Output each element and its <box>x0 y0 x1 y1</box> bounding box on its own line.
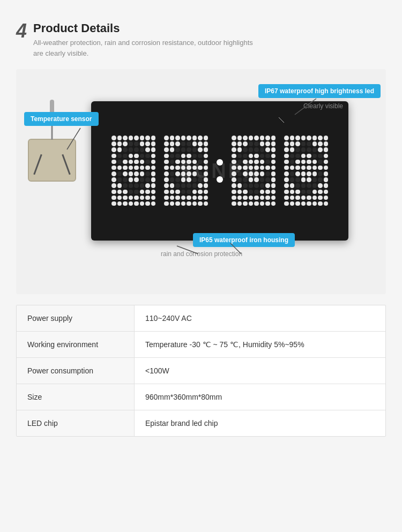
product-area: SUNPN Temperature sensor IP67 waterproof… <box>16 69 386 294</box>
sensor-cable-left <box>33 154 42 175</box>
led-digit-3 <box>229 133 278 208</box>
specs-value-power-supply: 110~240V AC <box>135 305 385 331</box>
sensor-cable-right <box>62 154 70 175</box>
iron-housing-label: IP65 waterproof iron housing <box>193 233 295 247</box>
led-digit-4 <box>282 133 330 208</box>
led-display: SUNPN <box>91 101 348 241</box>
specs-label-size: Size <box>17 384 135 410</box>
led-colon-dot-bottom <box>217 176 223 183</box>
specs-row-power-consumption: Power consumption <100W <box>17 358 385 384</box>
section-subtitle: All-weather protection, rain and corrosi… <box>33 38 258 58</box>
clearly-visible-label: Clearly visible <box>303 102 343 110</box>
specs-value-size: 960mm*360mm*80mm <box>135 384 385 410</box>
specs-row-power-supply: Power supply 110~240V AC <box>17 305 385 332</box>
section-title: Product Details <box>33 21 258 35</box>
specs-value-led-chip: Epistar brand led chip <box>135 410 385 436</box>
rain-corrosion-label: rain and corrosion protection <box>161 250 242 258</box>
led-digits <box>104 128 336 214</box>
specs-row-led-chip: LED chip Epistar brand led chip <box>17 410 385 436</box>
led-digit-1 <box>109 133 158 208</box>
sensor-device <box>28 139 76 182</box>
section-title-block: Product Details All-weather protection, … <box>33 21 258 58</box>
led-colon <box>214 159 225 183</box>
page-container: 4 Product Details All-weather protection… <box>0 0 402 532</box>
specs-row-size: Size 960mm*360mm*80mm <box>17 384 385 410</box>
specs-label-power-consumption: Power consumption <box>17 358 135 384</box>
specs-label-led-chip: LED chip <box>17 410 135 436</box>
section-number: 4 <box>16 21 27 41</box>
specs-label-working-env: Working environment <box>17 332 135 357</box>
specs-table: Power supply 110~240V AC Working environ… <box>16 305 386 437</box>
led-colon-dot-top <box>217 159 223 166</box>
specs-label-power-supply: Power supply <box>17 305 135 331</box>
waterproof-led-label: IP67 waterproof high brightness led <box>258 84 381 98</box>
specs-row-working-env: Working environment Temperature -30 ℃ ~ … <box>17 332 385 358</box>
section-header: 4 Product Details All-weather protection… <box>11 11 391 58</box>
specs-value-power-consumption: <100W <box>135 358 385 384</box>
led-digit-2 <box>162 133 210 208</box>
temp-sensor-label: Temperature sensor <box>24 112 99 126</box>
sensor-box <box>28 139 81 192</box>
specs-value-working-env: Temperature -30 ℃ ~ 75 ℃, Humidity 5%~95… <box>135 332 385 357</box>
